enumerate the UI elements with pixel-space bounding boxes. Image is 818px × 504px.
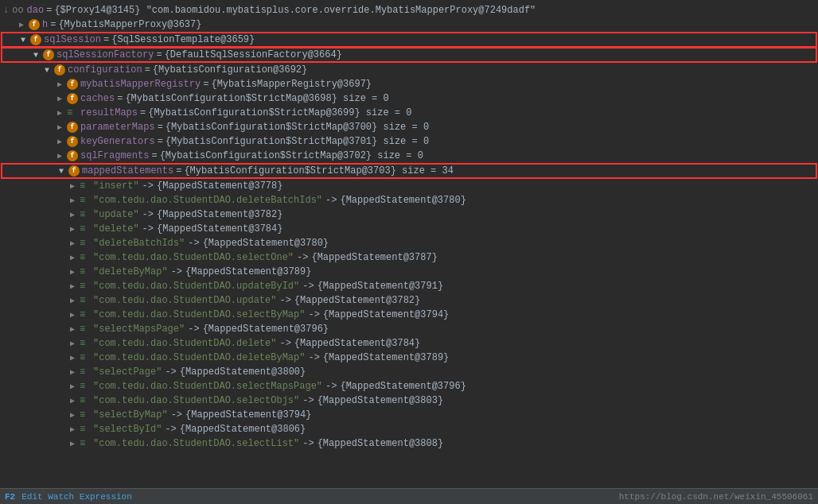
entry-row: ▶ ≡ "com.tedu.dao.StudentDAO.deleteBatch…: [0, 193, 818, 207]
entry-toggle[interactable]: ▶: [67, 366, 78, 378]
entry-row: ▶ ≡ "selectMapsPage" -> {MappedStatement…: [0, 322, 818, 336]
sqlsession-name: sqlSession: [44, 34, 101, 45]
entry-arrow: ->: [302, 438, 314, 449]
entry-key: "com.tedu.dao.StudentDAO.deleteBatchIds": [93, 195, 322, 206]
mappedstatements-value: {MybatisConfiguration$StrictMap@3703} si…: [184, 165, 453, 176]
entry-value: {MappedStatement@3778}: [157, 180, 282, 192]
entry-key: "update": [93, 209, 139, 220]
dao-oo: oo: [12, 5, 23, 16]
entry-key: "insert": [93, 180, 139, 192]
configuration-value: {MybatisConfiguration@3692}: [153, 64, 307, 76]
entry-toggle[interactable]: ▶: [67, 409, 78, 421]
entry-arrow: ->: [142, 223, 154, 235]
entry-toggle[interactable]: ▶: [67, 352, 78, 363]
configuration-name: configuration: [68, 64, 142, 76]
keygenerators-op: =: [158, 136, 163, 147]
entry-toggle[interactable]: ▶: [67, 338, 78, 349]
entry-key: "com.tedu.dao.StudentDAO.delete": [93, 338, 276, 349]
mybatismapperregistry-toggle[interactable]: ▶: [54, 79, 65, 90]
h-value: {MybatisMapperProxy@3637}: [58, 19, 201, 30]
h-toggle[interactable]: ▶: [16, 19, 27, 30]
h-row: ▶ f h = {MybatisMapperProxy@3637}: [0, 17, 818, 32]
sqlsession-toggle[interactable]: ▼: [18, 34, 29, 45]
entry-key: "deleteByMap": [93, 266, 168, 277]
entry-key: "com.tedu.dao.StudentDAO.updateById": [93, 281, 299, 292]
resultmaps-op: =: [140, 107, 146, 118]
keygenerators-toggle[interactable]: ▶: [54, 136, 65, 147]
entry-toggle[interactable]: ▶: [67, 266, 78, 277]
sqlfragments-toggle[interactable]: ▶: [54, 150, 65, 161]
entry-arrow: ->: [165, 424, 176, 435]
sqlsessionfactory-toggle[interactable]: ▼: [30, 49, 41, 60]
entry-row: ▶ ≡ "com.tedu.dao.StudentDAO.deleteByMap…: [0, 351, 818, 365]
entry-row: ▶ ≡ "update" -> {MappedStatement@3782}: [0, 207, 818, 222]
caches-row: ▶ f caches = {MybatisConfiguration$Stric…: [0, 91, 818, 106]
entry-toggle[interactable]: ▶: [67, 424, 78, 435]
resultmaps-icon: ≡: [67, 107, 78, 118]
entry-value: {MappedStatement@3800}: [180, 366, 306, 378]
configuration-icon: f: [54, 64, 65, 76]
entry-row: ▶ ≡ "com.tedu.dao.StudentDAO.selectByMap…: [0, 308, 818, 322]
entry-toggle[interactable]: ▶: [67, 180, 78, 192]
entry-key: "com.tedu.dao.StudentDAO.deleteByMap": [93, 352, 305, 363]
status-f2-label: F2: [5, 492, 15, 502]
entry-value: {MappedStatement@3803}: [317, 395, 443, 406]
entry-arrow: ->: [142, 180, 154, 192]
entry-value: {MappedStatement@3787}: [311, 252, 437, 263]
resultmaps-toggle[interactable]: ▶: [54, 107, 65, 118]
entry-arrow: ->: [279, 295, 290, 306]
entry-value: {MappedStatement@3806}: [180, 424, 306, 435]
entry-toggle[interactable]: ▶: [67, 381, 78, 392]
configuration-toggle[interactable]: ▼: [41, 64, 53, 76]
entry-key: "com.tedu.dao.StudentDAO.selectList": [93, 438, 299, 449]
parametermaps-toggle[interactable]: ▶: [54, 122, 65, 133]
entry-toggle[interactable]: ▶: [67, 209, 78, 220]
entry-icon: ≡: [80, 266, 91, 277]
entry-value: {MappedStatement@3782}: [294, 295, 420, 306]
entry-arrow: ->: [325, 195, 337, 206]
debug-panel[interactable]: ↓ oo dao = {$Proxy14@3145} "com.baomidou…: [0, 0, 818, 488]
entry-toggle[interactable]: ▶: [67, 223, 78, 235]
entry-icon: ≡: [80, 252, 91, 263]
entry-icon: ≡: [80, 395, 91, 406]
resultmaps-row: ▶ ≡ resultMaps = {MybatisConfiguration$S…: [0, 106, 818, 120]
entry-value: {MappedStatement@3780}: [203, 238, 329, 249]
entry-toggle[interactable]: ▶: [67, 238, 78, 249]
entry-arrow: ->: [188, 238, 199, 249]
entry-toggle[interactable]: ▶: [67, 395, 78, 406]
entry-value: {MappedStatement@3780}: [340, 195, 465, 206]
entry-icon: ≡: [80, 438, 91, 449]
entry-toggle[interactable]: ▶: [67, 295, 78, 306]
entry-arrow: ->: [188, 324, 199, 335]
entry-value: {MappedStatement@3782}: [157, 209, 282, 220]
entry-toggle[interactable]: ▶: [67, 195, 78, 206]
sqlsession-row: ▼ f sqlSession = {SqlSessionTemplate@365…: [2, 33, 816, 47]
resultmaps-name: resultMaps: [80, 107, 138, 118]
entry-toggle[interactable]: ▶: [67, 309, 78, 320]
mappedstatements-toggle[interactable]: ▼: [56, 165, 67, 176]
entry-icon: ≡: [80, 366, 91, 378]
entry-icon: ≡: [80, 195, 91, 206]
entry-icon: ≡: [80, 424, 91, 435]
sqlfragments-name: sqlFragments: [80, 150, 149, 161]
caches-toggle[interactable]: ▶: [54, 93, 65, 104]
entry-key: "deleteBatchIds": [93, 238, 185, 249]
entry-key: "selectByMap": [93, 409, 168, 421]
sqlfragments-row: ▶ f sqlFragments = {MybatisConfiguration…: [0, 149, 818, 163]
entry-arrow: ->: [302, 281, 314, 292]
entry-row: ▶ ≡ "com.tedu.dao.StudentDAO.selectMapsP…: [0, 379, 818, 394]
entry-key: "selectPage": [93, 366, 162, 378]
entry-row: ▶ ≡ "com.tedu.dao.StudentDAO.update" -> …: [0, 293, 818, 308]
h-name: h: [42, 19, 48, 30]
entry-toggle[interactable]: ▶: [67, 438, 78, 449]
entry-arrow: ->: [171, 409, 182, 421]
entry-arrow: ->: [142, 209, 154, 220]
entry-toggle[interactable]: ▶: [67, 281, 78, 292]
edit-watch-expression[interactable]: Edit Watch Expression: [21, 492, 132, 502]
entry-toggle[interactable]: ▶: [67, 324, 78, 335]
entry-toggle[interactable]: ▶: [67, 252, 78, 263]
entry-row: ▶ ≡ "selectPage" -> {MappedStatement@380…: [0, 365, 818, 379]
h-op: =: [50, 19, 56, 30]
entry-icon: ≡: [80, 352, 91, 363]
sqlfragments-op: =: [151, 150, 157, 161]
